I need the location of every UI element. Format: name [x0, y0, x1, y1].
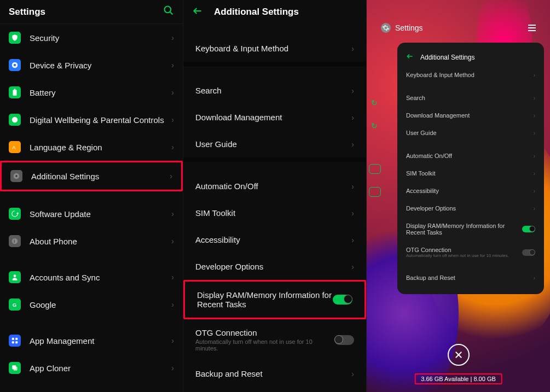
card-item[interactable]: Developer Options› [397, 200, 544, 217]
addset-item[interactable]: Backup and Reset› [183, 360, 366, 387]
toggle-switch[interactable] [522, 249, 535, 256]
chevron-right-icon: › [351, 209, 354, 218]
settings-item-app-mgmt[interactable]: App Management› [0, 327, 183, 354]
back-icon[interactable] [406, 52, 414, 62]
card-item[interactable]: Display RAM/Memory Information for Recen… [397, 217, 544, 241]
card-item-label: Search [406, 95, 534, 101]
chevron-right-icon: › [351, 140, 354, 149]
svg-rect-4 [13, 90, 17, 96]
addset-item-label: Accessibility [195, 235, 351, 244]
chevron-right-icon: › [351, 262, 354, 271]
close-all-button[interactable] [448, 344, 470, 366]
back-icon[interactable] [192, 5, 203, 19]
chevron-right-icon: › [351, 182, 354, 191]
toggle-switch[interactable] [333, 295, 352, 305]
settings-item-google[interactable]: GGoogle› [0, 291, 183, 318]
card-item[interactable]: Keyboard & Input Method› [397, 66, 544, 84]
svg-point-12 [14, 274, 16, 277]
settings-header: Settings [0, 0, 183, 24]
chevron-right-icon: › [351, 370, 354, 378]
addset-item-label: Search [195, 86, 351, 95]
addset-item[interactable]: SIM Toolkit› [183, 200, 366, 226]
svg-point-0 [165, 7, 171, 13]
recents-card[interactable]: Additional Settings Keyboard & Input Met… [397, 43, 544, 294]
app-mgmt-icon [9, 335, 21, 347]
chevron-right-icon: › [171, 61, 174, 69]
settings-item-additional[interactable]: Additional Settings› [0, 161, 183, 191]
chevron-right-icon: › [534, 188, 535, 194]
addset-item[interactable]: Accessibility› [183, 226, 366, 253]
svg-text:i: i [14, 239, 15, 244]
settings-item-label: Language & Region [30, 143, 171, 152]
settings-item-update[interactable]: Software Update› [0, 200, 183, 227]
card-item[interactable]: Search› [397, 89, 544, 107]
chevron-right-icon: › [534, 206, 535, 212]
toggle-switch[interactable] [334, 335, 354, 345]
settings-item-battery[interactable]: Battery› [0, 79, 183, 106]
hamburger-icon[interactable] [528, 25, 536, 31]
refresh-icon[interactable]: ↻ [371, 98, 383, 107]
chevron-right-icon: › [171, 300, 174, 309]
card-item[interactable]: SIM Toolkit› [397, 165, 544, 182]
card-item-label: Download Management [406, 112, 534, 119]
addset-item-label: Automatic On/Off [195, 182, 351, 191]
additional-settings-panel: Additional Settings Keyboard & Input Met… [183, 0, 367, 392]
settings-item-accounts[interactable]: Accounts and Sync› [0, 264, 183, 291]
addset-title: Additional Settings [214, 7, 299, 17]
settings-item-wellbeing[interactable]: Digital Wellbeing & Parental Controls› [0, 106, 183, 133]
addset-item-label: Backup and Reset [195, 369, 351, 378]
ram-info-highlight: 3.66 GB Available | 8.00 GB [414, 373, 502, 384]
chevron-right-icon: › [534, 153, 535, 159]
gear-icon [381, 23, 391, 33]
card-item[interactable]: Backup and Reset› [397, 269, 544, 286]
addset-item[interactable]: User Guide› [183, 131, 366, 157]
additional-icon [10, 170, 22, 182]
search-icon[interactable] [163, 5, 174, 19]
refresh-icon[interactable]: ↻ [371, 121, 383, 130]
card-item[interactable]: User Guide› [397, 124, 544, 142]
addset-item-label: Developer Options [195, 262, 351, 271]
settings-item-language[interactable]: ALanguage & Region› [0, 133, 183, 161]
update-icon [9, 208, 21, 220]
wellbeing-icon [9, 114, 21, 126]
settings-item-shield[interactable]: Security› [0, 24, 183, 51]
chevron-right-icon: › [171, 115, 174, 124]
addset-item[interactable]: OTG ConnectionAutomatically turn off whe… [183, 319, 366, 360]
chevron-right-icon: › [171, 273, 174, 282]
addset-item-label: OTG Connection [195, 328, 334, 337]
settings-item-label: Accounts and Sync [30, 273, 171, 282]
addset-item[interactable]: Developer Options› [183, 253, 366, 280]
chevron-right-icon: › [171, 336, 174, 345]
accounts-icon [9, 271, 21, 283]
chevron-right-icon: › [351, 44, 354, 53]
privacy-icon [9, 59, 21, 71]
addset-item[interactable]: Automatic On/Off› [183, 173, 366, 200]
addset-item[interactable]: Download Management› [183, 104, 366, 131]
chevron-right-icon: › [170, 172, 172, 180]
addset-item[interactable]: Display RAM/Memory Information for Recen… [183, 280, 366, 319]
chevron-right-icon: › [534, 113, 535, 119]
settings-item-label: Google [30, 300, 171, 309]
card-item-desc: Automatically turn off when not in use f… [406, 253, 522, 258]
chevron-right-icon: › [171, 88, 174, 97]
shield-icon [9, 32, 21, 44]
card-item[interactable]: Automatic On/Off› [397, 147, 544, 165]
svg-text:G: G [13, 302, 16, 308]
toggle-switch[interactable] [522, 226, 535, 232]
addset-item-desc: Automatically turn off when not in use f… [195, 338, 334, 352]
card-item[interactable]: Accessibility› [397, 182, 544, 200]
addset-item[interactable]: Keyboard & Input Method› [183, 35, 366, 62]
chevron-right-icon: › [534, 130, 535, 136]
addset-item[interactable]: Search› [183, 77, 366, 104]
svg-point-3 [14, 64, 16, 67]
settings-item-about[interactable]: iAbout Phone› [0, 227, 183, 255]
settings-item-app-cloner[interactable]: App Cloner› [0, 354, 183, 382]
status-badge [369, 187, 381, 197]
recents-panel: Settings ↻ ↻ Additional Settings Keyboar… [367, 0, 550, 392]
settings-item-privacy[interactable]: Device & Privacy› [0, 51, 183, 79]
chevron-right-icon: › [171, 33, 174, 42]
card-item[interactable]: Download Management› [397, 107, 544, 124]
card-item-label: SIM Toolkit [406, 170, 534, 177]
card-item-label: Automatic On/Off [406, 153, 534, 159]
card-item[interactable]: OTG ConnectionAutomatically turn off whe… [397, 241, 544, 264]
